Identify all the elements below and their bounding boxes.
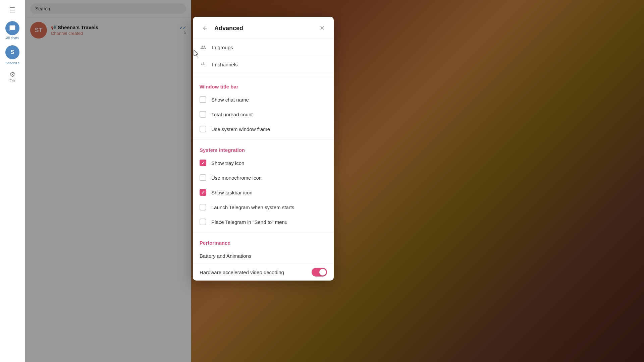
back-button[interactable] (200, 23, 210, 34)
show-tray-icon-row[interactable]: Show tray icon (193, 156, 334, 170)
sidebar-edit[interactable]: ⚙ Edit (9, 68, 15, 85)
divider-1 (193, 76, 334, 76)
sidebar-menu-icon[interactable]: ☰ (6, 3, 19, 17)
modal-header-left: Advanced (200, 23, 243, 34)
show-chat-name-label: Show chat name (211, 97, 249, 103)
in-groups-label: In groups (212, 45, 233, 50)
use-monochrome-icon-row[interactable]: Use monochrome icon (193, 170, 334, 185)
performance-heading: Performance (193, 235, 334, 248)
groups-icon (200, 44, 207, 51)
all-chats-icon (5, 21, 19, 35)
show-tray-icon-checkbox[interactable] (200, 160, 206, 166)
place-telegram-sendto-row[interactable]: Place Telegram in "Send to" menu (193, 215, 334, 229)
launch-telegram-row[interactable]: Launch Telegram when system starts (193, 200, 334, 215)
avatar: S (5, 45, 19, 59)
modal-overlay[interactable]: Advanced ✕ In groups (25, 0, 644, 362)
show-chat-name-row[interactable]: Show chat name (193, 92, 334, 107)
use-system-window-frame-checkbox[interactable] (200, 126, 206, 132)
main-area: Select a chat to start messaging Advance… (191, 0, 644, 362)
show-chat-name-checkbox[interactable] (200, 96, 206, 103)
in-groups-item[interactable]: In groups (193, 39, 334, 56)
hw-video-decoding-label: Hardware accelerated video decoding (200, 269, 284, 275)
total-unread-count-checkbox[interactable] (200, 111, 206, 118)
use-monochrome-icon-checkbox[interactable] (200, 174, 206, 181)
all-chats-label: All chats (6, 36, 19, 40)
total-unread-count-row[interactable]: Total unread count (193, 107, 334, 122)
window-title-bar-heading: Window title bar (193, 79, 334, 92)
total-unread-count-label: Total unread count (211, 112, 253, 117)
show-taskbar-icon-row[interactable]: Show taskbar icon (193, 185, 334, 200)
in-channels-label: In channels (212, 62, 238, 67)
system-integration-heading: System integration (193, 142, 334, 156)
toggle-knob (319, 269, 326, 276)
sidebar: ☰ All chats S Sheena's ⚙ Edit (0, 0, 25, 362)
use-monochrome-icon-label: Use monochrome icon (211, 175, 262, 181)
use-system-window-frame-label: Use system window frame (211, 126, 270, 132)
sidebar-item-profile[interactable]: S Sheena's (0, 43, 25, 68)
modal-header: Advanced ✕ (193, 17, 334, 39)
edit-icon: ⚙ (9, 70, 15, 78)
battery-animations-item[interactable]: Battery and Animations (193, 248, 334, 264)
channels-icon (200, 61, 207, 68)
advanced-modal: Advanced ✕ In groups (193, 17, 334, 281)
launch-telegram-label: Launch Telegram when system starts (211, 204, 294, 210)
edit-label: Edit (9, 79, 15, 83)
hw-video-decoding-row: Hardware accelerated video decoding (193, 264, 334, 281)
place-telegram-sendto-label: Place Telegram in "Send to" menu (211, 219, 287, 225)
battery-animations-label: Battery and Animations (200, 253, 251, 259)
use-system-window-frame-row[interactable]: Use system window frame (193, 122, 334, 136)
launch-telegram-checkbox[interactable] (200, 204, 206, 210)
modal-body: In groups In channels Window title bar S… (193, 39, 334, 281)
hw-video-decoding-toggle[interactable] (312, 268, 327, 277)
place-telegram-sendto-checkbox[interactable] (200, 219, 206, 225)
in-channels-item[interactable]: In channels (193, 56, 334, 73)
show-taskbar-icon-label: Show taskbar icon (211, 190, 253, 195)
divider-3 (193, 232, 334, 232)
sidebar-item-all-chats[interactable]: All chats (0, 18, 25, 43)
profile-label: Sheena's (5, 61, 19, 65)
modal-title: Advanced (214, 25, 243, 32)
show-taskbar-icon-checkbox[interactable] (200, 189, 206, 196)
show-tray-icon-label: Show tray icon (211, 160, 244, 166)
close-button[interactable]: ✕ (317, 23, 327, 33)
divider-2 (193, 139, 334, 139)
